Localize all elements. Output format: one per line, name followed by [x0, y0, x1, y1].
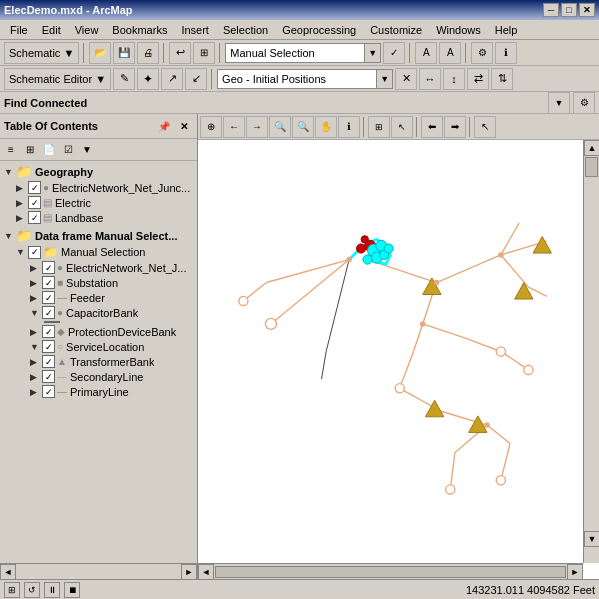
map-btn-zoom-next[interactable]: →: [246, 116, 268, 138]
landbase-check[interactable]: ✓: [28, 211, 41, 224]
geo-btn4[interactable]: ⇄: [467, 68, 489, 90]
menu-insert[interactable]: Insert: [175, 22, 215, 38]
status-btn-1[interactable]: ⊞: [4, 582, 20, 598]
toc-list-view-btn[interactable]: ≡: [2, 141, 20, 159]
dataframe-expander[interactable]: ▼: [4, 231, 16, 241]
menu-customize[interactable]: Customize: [364, 22, 428, 38]
status-btn-4[interactable]: ⏹: [64, 582, 80, 598]
toc-item-electric[interactable]: ▶ ✓ ▤ Electric: [2, 195, 195, 210]
geo-btn1[interactable]: ✕: [395, 68, 417, 90]
toolbar-btn-a1[interactable]: A: [415, 42, 437, 64]
map-scroll-down[interactable]: ▼: [584, 531, 599, 547]
geography-expander[interactable]: ▼: [4, 167, 16, 177]
substation-expander[interactable]: ▶: [30, 278, 42, 288]
tb-expander[interactable]: ▶: [30, 357, 42, 367]
toc-pin-btn[interactable]: 📌: [155, 117, 173, 135]
map-btn-select[interactable]: ↖: [391, 116, 413, 138]
toc-item-en-net-j[interactable]: ▶ ✓ ● ElectricNetwork_Net_J...: [2, 260, 195, 275]
pline-check[interactable]: ✓: [42, 385, 55, 398]
toc-item-landbase[interactable]: ▶ ✓ ▤ Landbase: [2, 210, 195, 225]
landbase-expander[interactable]: ▶: [16, 213, 28, 223]
se-btn2[interactable]: ✦: [137, 68, 159, 90]
substation-check[interactable]: ✓: [42, 276, 55, 289]
toolbar-btn-save[interactable]: 💾: [113, 42, 135, 64]
map-hscroll-thumb[interactable]: [215, 566, 566, 578]
geo-btn5[interactable]: ⇅: [491, 68, 513, 90]
toolbar-btn-info[interactable]: ℹ: [495, 42, 517, 64]
cb-expander[interactable]: ▼: [30, 308, 42, 318]
toc-item-dataframe[interactable]: ▼ 📁 Data frame Manual Select...: [2, 227, 195, 244]
se-btn4[interactable]: ↙: [185, 68, 207, 90]
toc-item-feeder[interactable]: ▶ ✓ — Feeder: [2, 290, 195, 305]
menu-geoprocessing[interactable]: Geoprocessing: [276, 22, 362, 38]
schematic-dropdown-btn[interactable]: Schematic ▼: [4, 42, 79, 64]
map-btn-zoom-in[interactable]: 🔍: [269, 116, 291, 138]
sl-check[interactable]: ✓: [42, 340, 55, 353]
toc-item-protectiondevicebank[interactable]: ▶ ✓ ◆ ProtectionDeviceBank: [2, 324, 195, 339]
map-btn-forward[interactable]: ➡: [444, 116, 466, 138]
toc-item-manual-selection-group[interactable]: ▼ ✓ 📁 Manual Selection: [2, 244, 195, 260]
sline-expander[interactable]: ▶: [30, 372, 42, 382]
geo-positions-dropdown[interactable]: Geo - Initial Positions: [217, 69, 377, 89]
feeder-expander[interactable]: ▶: [30, 293, 42, 303]
toc-item-electricnetwork-junc[interactable]: ▶ ✓ ● ElectricNetwork_Net_Junc...: [2, 180, 195, 195]
toc-scroll-right[interactable]: ►: [181, 564, 197, 580]
toc-scroll-left[interactable]: ◄: [0, 564, 16, 580]
find-options-btn[interactable]: ⚙: [573, 92, 595, 114]
sl-expander[interactable]: ▼: [30, 342, 42, 352]
menu-selection[interactable]: Selection: [217, 22, 274, 38]
minimize-button[interactable]: ─: [543, 3, 559, 17]
schematic-editor-dropdown-btn[interactable]: Schematic Editor ▼: [4, 68, 111, 90]
toc-display-view-btn[interactable]: ⊞: [21, 141, 39, 159]
feeder-check[interactable]: ✓: [42, 291, 55, 304]
map-btn-full-extent[interactable]: ⊞: [368, 116, 390, 138]
electric-expander[interactable]: ▶: [16, 198, 28, 208]
map-btn-zoom-prev[interactable]: ←: [223, 116, 245, 138]
geo-positions-arrow[interactable]: ▼: [377, 69, 393, 89]
map-btn-zoom-full[interactable]: ⊕: [200, 116, 222, 138]
map-btn-identify[interactable]: ℹ: [338, 116, 360, 138]
electric-check[interactable]: ✓: [28, 196, 41, 209]
ms-check[interactable]: ✓: [28, 246, 41, 259]
map-canvas[interactable]: [198, 140, 583, 563]
en-net-j-expander[interactable]: ▶: [30, 263, 42, 273]
status-btn-3[interactable]: ⏸: [44, 582, 60, 598]
en-net-j-check[interactable]: ✓: [42, 261, 55, 274]
map-scroll-left[interactable]: ◄: [198, 564, 214, 580]
toolbar-btn-undo[interactable]: ↩: [169, 42, 191, 64]
toolbar-btn-a2[interactable]: A: [439, 42, 461, 64]
toolbar-btn-open[interactable]: 📂: [89, 42, 111, 64]
pline-expander[interactable]: ▶: [30, 387, 42, 397]
close-button[interactable]: ✕: [579, 3, 595, 17]
menu-view[interactable]: View: [69, 22, 105, 38]
toc-item-secondaryline[interactable]: ▶ ✓ — SecondaryLine: [2, 369, 195, 384]
geo-btn2[interactable]: ↔: [419, 68, 441, 90]
map-btn-back[interactable]: ⬅: [421, 116, 443, 138]
map-scroll-up[interactable]: ▲: [584, 140, 599, 156]
toc-source-view-btn[interactable]: 📄: [40, 141, 58, 159]
toc-item-transformerbank[interactable]: ▶ ✓ ▲ TransformerBank: [2, 354, 195, 369]
toolbar-btn-apply[interactable]: ✓: [383, 42, 405, 64]
toolbar-btn-prop[interactable]: ⚙: [471, 42, 493, 64]
toc-item-geography[interactable]: ▼ 📁 Geography: [2, 163, 195, 180]
map-btn-pan[interactable]: ✋: [315, 116, 337, 138]
toolbar-btn-print[interactable]: 🖨: [137, 42, 159, 64]
pdb-check[interactable]: ✓: [42, 325, 55, 338]
geo-btn3[interactable]: ↕: [443, 68, 465, 90]
sline-check[interactable]: ✓: [42, 370, 55, 383]
se-btn1[interactable]: ✎: [113, 68, 135, 90]
toc-close-btn[interactable]: ✕: [175, 117, 193, 135]
menu-windows[interactable]: Windows: [430, 22, 487, 38]
map-btn-cursor[interactable]: ↖: [474, 116, 496, 138]
manual-selection-dropdown[interactable]: Manual Selection: [225, 43, 365, 63]
pdb-expander[interactable]: ▶: [30, 327, 42, 337]
map-vscroll-thumb[interactable]: [585, 157, 598, 177]
cb-check[interactable]: ✓: [42, 306, 55, 319]
menu-file[interactable]: File: [4, 22, 34, 38]
menu-bookmarks[interactable]: Bookmarks: [106, 22, 173, 38]
toc-options-btn[interactable]: ▼: [78, 141, 96, 159]
menu-help[interactable]: Help: [489, 22, 524, 38]
en-junc-check[interactable]: ✓: [28, 181, 41, 194]
toc-item-substation[interactable]: ▶ ✓ ■ Substation: [2, 275, 195, 290]
ms-expander[interactable]: ▼: [16, 247, 28, 257]
